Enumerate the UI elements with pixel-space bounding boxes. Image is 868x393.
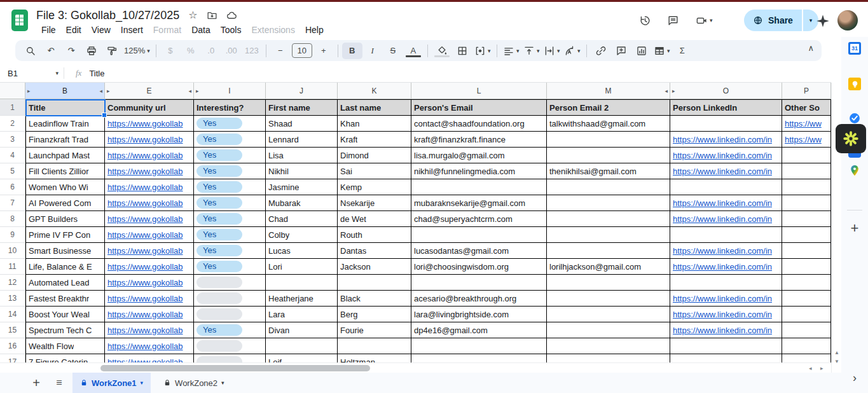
text-wrapping-button[interactable]: ▾ bbox=[542, 43, 562, 59]
expand-sidebar-icon[interactable]: › bbox=[841, 371, 868, 385]
row-header-3[interactable]: 3 bbox=[0, 132, 25, 148]
cell-L14[interactable]: lara@livingbrightside.com bbox=[411, 307, 547, 322]
cell-P13[interactable] bbox=[782, 291, 831, 307]
gemini-sparkle-icon[interactable] bbox=[815, 13, 831, 29]
menu-help[interactable]: Help bbox=[300, 24, 329, 36]
cell-E3[interactable]: https://www.gokollab bbox=[105, 132, 194, 148]
cell-link[interactable]: https://www.linkedin.com/in bbox=[673, 262, 772, 272]
cell-O11[interactable]: https://www.linkedin.com/in bbox=[670, 259, 782, 275]
cell-I8[interactable]: Yes bbox=[194, 211, 266, 227]
cell-P10[interactable] bbox=[782, 243, 831, 259]
menu-tools[interactable]: Tools bbox=[216, 24, 247, 36]
cell-M2[interactable]: talkwithshaad@gmail.com bbox=[547, 116, 670, 132]
cell-link[interactable]: https://www.linkedin.com/in bbox=[673, 310, 772, 319]
cell-B7[interactable]: AI Powered Com bbox=[25, 195, 105, 211]
cell-J8[interactable]: Chad bbox=[266, 211, 338, 227]
cell-J17[interactable]: Leif bbox=[266, 354, 338, 362]
cell-E5[interactable]: https://www.gokollab bbox=[105, 163, 194, 179]
sheet-tab-workzone2[interactable]: WorkZone2▾ bbox=[156, 373, 232, 393]
cell-O4[interactable]: https://www.linkedin.com/in bbox=[670, 148, 782, 163]
add-sheet-button[interactable]: + bbox=[28, 376, 45, 390]
cell-O7[interactable]: https://www.linkedin.com/in bbox=[670, 195, 782, 211]
cell-B10[interactable]: Smart Businesse bbox=[25, 243, 105, 259]
cell-link[interactable]: https://www.linkedin.com/in bbox=[673, 326, 772, 335]
cell-K7[interactable]: Nsekarije bbox=[338, 195, 411, 211]
cell-M13[interactable] bbox=[547, 291, 670, 307]
strikethrough-button[interactable]: S bbox=[383, 43, 403, 59]
row-header-5[interactable]: 5 bbox=[0, 163, 25, 179]
cell-I14[interactable] bbox=[194, 307, 266, 322]
cell-link[interactable]: https://www.gokollab bbox=[107, 183, 183, 192]
cell-I15[interactable]: Yes bbox=[194, 322, 266, 338]
interesting-chip[interactable]: Yes bbox=[196, 165, 242, 177]
cell-I1[interactable]: Interesting? bbox=[194, 99, 266, 116]
cell-P8[interactable] bbox=[782, 211, 831, 227]
sheet-tab-menu-icon[interactable]: ▾ bbox=[221, 380, 224, 386]
cell-E10[interactable]: https://www.gokollab bbox=[105, 243, 194, 259]
cell-P15[interactable] bbox=[782, 322, 831, 338]
cell-E6[interactable]: https://www.gokollab bbox=[105, 179, 194, 195]
row-header-1[interactable]: 1 bbox=[0, 99, 25, 116]
cell-link[interactable]: https://www.linkedin.com/in bbox=[673, 151, 772, 160]
sheet-tab-workzone1[interactable]: WorkZone1▾ bbox=[72, 373, 151, 393]
cell-L8[interactable]: chad@superyachtcrm.com bbox=[411, 211, 547, 227]
horizontal-align-button[interactable]: ▾ bbox=[501, 43, 521, 59]
cell-link[interactable]: https://www.gokollab bbox=[107, 310, 183, 319]
cell-link[interactable]: https://ww bbox=[785, 135, 822, 144]
cell-J3[interactable]: Lennard bbox=[266, 132, 338, 148]
document-title[interactable]: File 3: Gokollab_10/27/2025 bbox=[36, 9, 179, 22]
row-header-16[interactable]: 16 bbox=[0, 338, 25, 354]
interesting-chip[interactable] bbox=[196, 340, 242, 352]
cell-link[interactable]: https://www.gokollab bbox=[107, 230, 183, 240]
keep-icon[interactable] bbox=[848, 78, 861, 90]
hscroll-thumb[interactable] bbox=[100, 365, 370, 371]
font-size-button[interactable]: 10 bbox=[292, 43, 312, 58]
functions-button[interactable]: Σ bbox=[672, 43, 692, 59]
cell-O13[interactable]: https://www.linkedin.com/in bbox=[670, 291, 782, 307]
cell-J4[interactable]: Lisa bbox=[266, 148, 338, 163]
sheet-tab-menu-icon[interactable]: ▾ bbox=[141, 380, 144, 386]
interesting-chip[interactable]: Yes bbox=[196, 149, 242, 161]
cell-M1[interactable]: Person Email 2 bbox=[547, 99, 670, 116]
cell-M11[interactable]: lorilhjackson@gmail.com bbox=[547, 259, 670, 275]
interesting-chip[interactable]: Yes bbox=[196, 213, 242, 224]
row-header-12[interactable]: 12 bbox=[0, 275, 25, 291]
cell-E2[interactable]: https://www.gokollab bbox=[105, 116, 194, 132]
cell-L13[interactable]: acesario@breakthrough.org bbox=[411, 291, 547, 307]
cell-M6[interactable] bbox=[547, 179, 670, 195]
col-header-O[interactable]: ▸O bbox=[670, 83, 782, 99]
cell-B9[interactable]: Prime IV FP Con bbox=[25, 227, 105, 243]
cell-O9[interactable] bbox=[670, 227, 782, 243]
cell-M9[interactable] bbox=[547, 227, 670, 243]
cell-K15[interactable]: Fourie bbox=[338, 322, 411, 338]
cell-B15[interactable]: Spectrum Tech C bbox=[25, 322, 105, 338]
collapse-toolbar-icon[interactable]: ∧ bbox=[808, 43, 814, 53]
print-button[interactable] bbox=[81, 43, 102, 59]
cell-O12[interactable] bbox=[670, 275, 782, 291]
row-header-11[interactable]: 11 bbox=[0, 259, 25, 275]
row-header-13[interactable]: 13 bbox=[0, 291, 25, 307]
cell-B11[interactable]: Life, Balance & E bbox=[25, 259, 105, 275]
redo-button[interactable]: ↷ bbox=[61, 43, 81, 59]
cell-P7[interactable] bbox=[782, 195, 831, 211]
row-header-9[interactable]: 9 bbox=[0, 227, 25, 243]
row-header-4[interactable]: 4 bbox=[0, 148, 25, 163]
increase-decimal-places-button[interactable]: .00 bbox=[221, 43, 242, 59]
col-header-J[interactable]: J bbox=[266, 83, 338, 99]
cell-M17[interactable] bbox=[547, 354, 670, 362]
cell-L1[interactable]: Person's Email bbox=[411, 99, 547, 116]
cell-M16[interactable] bbox=[547, 338, 670, 354]
cell-B5[interactable]: Fill Clients Zillior bbox=[25, 163, 105, 179]
cell-I6[interactable]: Yes bbox=[194, 179, 266, 195]
cell-I7[interactable]: Yes bbox=[194, 195, 266, 211]
cell-link[interactable]: https://www.gokollab bbox=[107, 167, 183, 176]
cell-O15[interactable]: https://www.linkedin.com/in bbox=[670, 322, 782, 338]
cell-O3[interactable]: https://www.linkedin.com/in bbox=[670, 132, 782, 148]
cell-link[interactable]: https://www.linkedin.com/in bbox=[673, 246, 772, 256]
search-button[interactable] bbox=[20, 43, 41, 59]
row-header-6[interactable]: 6 bbox=[0, 179, 25, 195]
cell-B17[interactable]: 7 Figure Caterin bbox=[25, 354, 105, 362]
fill-color-button[interactable] bbox=[432, 43, 452, 59]
cell-E8[interactable]: https://www.gokollab bbox=[105, 211, 194, 227]
cell-L15[interactable]: dp4e16@gmail.com bbox=[411, 322, 547, 338]
